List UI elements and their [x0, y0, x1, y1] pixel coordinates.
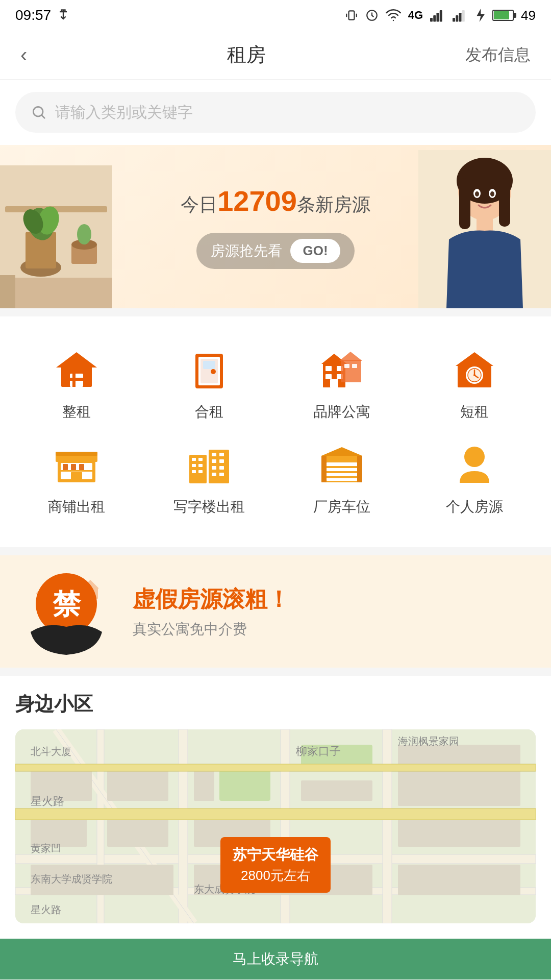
svg-rect-83 [212, 466, 216, 470]
svg-rect-8 [459, 13, 462, 22]
svg-point-31 [490, 191, 494, 197]
banner-left-decor [0, 165, 112, 308]
svg-text:星火路: 星火路 [31, 795, 64, 807]
svg-rect-27 [499, 178, 510, 227]
svg-rect-85 [212, 473, 216, 476]
category-xiezilou[interactable]: 写字楼出租 [143, 432, 276, 527]
svg-rect-22 [0, 275, 15, 308]
banner-person [418, 150, 551, 308]
svg-rect-70 [71, 472, 82, 479]
changfang-icon [316, 442, 367, 488]
duanzu-label: 短租 [460, 402, 489, 422]
nearby-section: 身边小区 [0, 676, 551, 939]
pinpai-label: 品牌公寓 [313, 402, 370, 422]
search-placeholder-text: 请输入类别或关键字 [55, 102, 193, 123]
ad-banner: 禁 虚假房源滚粗！ 真实公寓免中介费 [0, 555, 551, 668]
ad-text: 虚假房源滚粗！ 真实公寓免中介费 [133, 584, 531, 639]
category-shangpu[interactable]: 商铺出租 [10, 432, 143, 527]
svg-rect-26 [459, 178, 470, 229]
nearby-title: 身边小区 [15, 691, 536, 717]
zhengzu-icon [51, 347, 102, 393]
svg-point-30 [475, 191, 479, 197]
clock-icon [365, 9, 379, 22]
svg-rect-69 [79, 464, 84, 470]
svg-rect-53 [344, 364, 349, 368]
svg-rect-93 [321, 456, 327, 482]
category-changfang[interactable]: 厂房车位 [276, 432, 408, 527]
category-hezu[interactable]: 合租 [143, 337, 276, 432]
status-right: 4G 49 [345, 8, 536, 23]
svg-rect-127 [15, 808, 536, 820]
svg-rect-74 [192, 464, 196, 467]
svg-rect-109 [383, 729, 392, 923]
svg-rect-79 [212, 453, 216, 456]
banner-cta-button[interactable]: 房源抢先看 GO! [196, 233, 354, 269]
banner-text: 今日12709条新房源 [181, 184, 370, 217]
pinpai-icon [316, 347, 367, 393]
svg-rect-43 [203, 361, 215, 369]
svg-rect-80 [219, 453, 224, 456]
svg-rect-81 [212, 459, 216, 463]
svg-text:星火路: 星火路 [31, 904, 61, 915]
duanzu-icon [449, 347, 500, 393]
banner-btn-label: 房源抢先看 [211, 241, 282, 261]
nearby-map[interactable]: 柳家口子 海润枫景家园 北斗大厦 星火路 黄家凹 东南大学成贤学院 东大成贤学院… [15, 729, 536, 923]
hero-banner: 今日12709条新房源 房源抢先看 GO! [0, 145, 551, 308]
vibrate-icon [345, 9, 358, 22]
publish-button[interactable]: 发布信息 [465, 44, 531, 66]
svg-text:禁: 禁 [53, 589, 82, 620]
svg-rect-91 [327, 471, 357, 473]
svg-point-42 [211, 369, 216, 374]
shangpu-icon [51, 442, 102, 488]
svg-rect-90 [327, 466, 357, 468]
category-pinpai[interactable]: 品牌公寓 [276, 337, 408, 432]
hezu-label: 合租 [195, 402, 223, 422]
svg-rect-123 [398, 819, 520, 847]
map-popup[interactable]: 苏宁天华硅谷 2800元左右 [220, 837, 331, 893]
svg-rect-67 [63, 464, 68, 470]
svg-rect-50 [330, 379, 338, 387]
category-zhengzu[interactable]: 整租 [10, 337, 143, 432]
svg-rect-77 [198, 470, 203, 473]
search-icon [31, 104, 47, 120]
svg-marker-88 [321, 447, 362, 456]
svg-rect-48 [325, 374, 332, 379]
svg-rect-72 [192, 458, 196, 461]
signal2-icon [453, 9, 468, 22]
svg-rect-6 [453, 18, 455, 22]
back-button[interactable]: ‹ [20, 43, 27, 66]
svg-rect-54 [352, 364, 357, 368]
bottom-hint-label: 马上收录导航 [233, 949, 318, 969]
svg-rect-82 [219, 459, 224, 463]
svg-rect-4 [437, 13, 439, 22]
search-bar[interactable]: 请输入类别或关键字 [15, 92, 536, 133]
category-geren[interactable]: 个人房源 [408, 432, 541, 527]
svg-rect-68 [71, 464, 76, 470]
svg-rect-3 [433, 15, 436, 22]
svg-rect-21 [0, 278, 112, 308]
svg-text:北斗大厦: 北斗大厦 [31, 746, 71, 757]
svg-rect-0 [348, 11, 354, 19]
category-grid: 整租 合租 [0, 316, 551, 547]
svg-marker-34 [56, 352, 97, 368]
svg-rect-38 [70, 378, 83, 381]
svg-rect-126 [398, 865, 520, 895]
svg-rect-107 [179, 729, 188, 923]
status-bar: 09:57 4G [0, 0, 551, 31]
svg-point-20 [77, 224, 91, 244]
hezu-icon [184, 347, 235, 393]
geren-icon [449, 442, 500, 488]
svg-rect-86 [219, 473, 224, 476]
svg-rect-99 [37, 593, 50, 603]
svg-rect-128 [15, 764, 536, 771]
bottom-hint: 马上收录导航 [0, 939, 551, 979]
search-container: 请输入类别或关键字 [0, 80, 551, 145]
header: ‹ 租房 发布信息 [0, 31, 551, 80]
svg-point-61 [473, 374, 475, 376]
svg-rect-66 [61, 470, 92, 472]
battery-icon [492, 10, 514, 21]
svg-rect-122 [398, 745, 520, 806]
shangpu-label: 商铺出租 [48, 497, 105, 517]
category-duanzu[interactable]: 短租 [408, 337, 541, 432]
wifi-icon [386, 9, 401, 22]
